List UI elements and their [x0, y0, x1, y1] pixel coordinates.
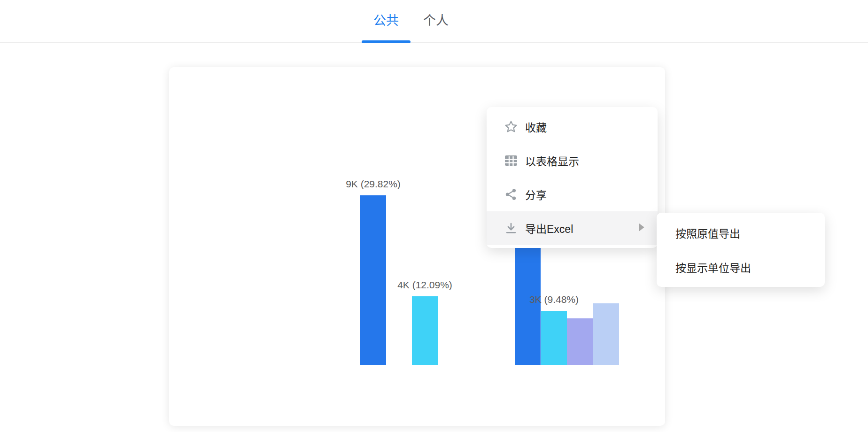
bar-陈嘉怡-2024-05[interactable]: [412, 296, 438, 365]
menu-item-label: 分享: [525, 186, 547, 202]
submenu-arrow-icon: [638, 223, 645, 234]
submenu-item-label: 按照原值导出: [675, 225, 740, 241]
bar-value-label: 4K (12.09%): [369, 279, 481, 291]
bar-value-label: 9K (29.82%): [317, 178, 430, 190]
menu-item-share[interactable]: 分享: [487, 177, 658, 211]
submenu-item-export-display-unit[interactable]: 按显示单位导出: [657, 250, 825, 284]
submenu-item-export-raw[interactable]: 按照原值导出: [657, 216, 825, 250]
bar-value-label: 3K (9.48%): [498, 294, 611, 305]
menu-item-favorite[interactable]: 收藏: [487, 110, 658, 144]
export-submenu: 按照原值导出 按显示单位导出: [657, 213, 825, 287]
active-tab-underline: [362, 40, 411, 43]
bar-吴勇-2024-06[interactable]: [567, 318, 593, 365]
bar-陈嘉怡-2024-06[interactable]: [541, 311, 567, 365]
menu-item-export-excel[interactable]: 导出Excel: [487, 211, 658, 245]
menu-item-show-as-table[interactable]: 以表格显示: [487, 144, 658, 177]
menu-item-label: 以表格显示: [525, 153, 579, 169]
star-icon: [504, 119, 519, 134]
tab-public[interactable]: 公共: [362, 11, 411, 30]
table-icon: [504, 153, 519, 168]
submenu-item-label: 按显示单位导出: [675, 259, 751, 275]
top-tab-bar: 公共 个人: [0, 0, 868, 43]
download-icon: [504, 221, 519, 236]
menu-item-label: 收藏: [525, 119, 547, 135]
share-icon: [504, 187, 519, 202]
tab-personal[interactable]: 个人: [416, 11, 456, 30]
chart-context-menu: 收藏 以表格显示 分享: [487, 107, 658, 248]
bar-李浩宇-2024-06[interactable]: [593, 303, 619, 365]
menu-item-label: 导出Excel: [525, 220, 573, 236]
